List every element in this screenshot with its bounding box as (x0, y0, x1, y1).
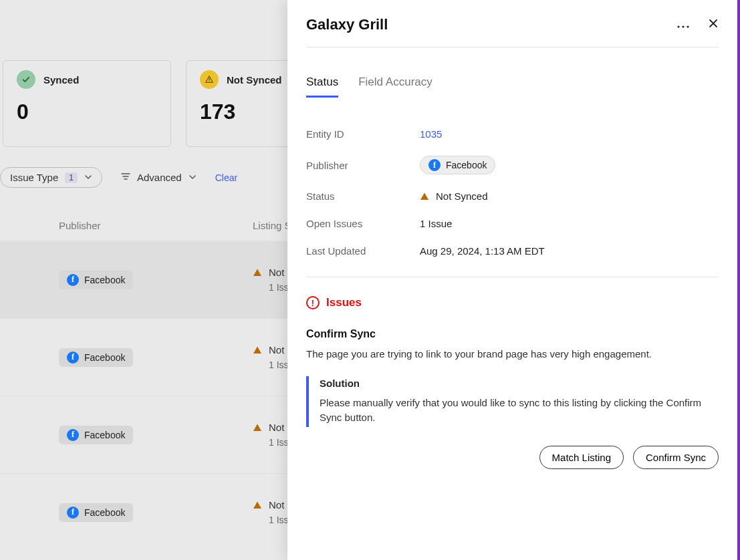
label-last-updated: Last Updated (306, 245, 420, 257)
card-synced-value: 0 (17, 100, 157, 124)
publisher-name: Facebook (84, 275, 125, 285)
filter-icon (121, 172, 130, 183)
value-status: Not Synced (436, 190, 488, 202)
publisher-chip: f Facebook (59, 426, 133, 444)
warning-icon (253, 268, 262, 277)
filter-issue-type-count: 1 (65, 172, 78, 183)
issues-header-label: Issues (326, 296, 362, 309)
svg-point-5 (677, 25, 679, 27)
facebook-icon: f (67, 352, 79, 364)
facebook-icon: f (67, 429, 79, 441)
warning-icon (420, 192, 429, 201)
filter-issue-type-label: Issue Type (10, 172, 58, 183)
warning-icon (200, 70, 219, 89)
publisher-chip: f Facebook (59, 348, 133, 367)
chevron-down-icon (189, 172, 197, 183)
col-header-publisher: Publisher (59, 220, 253, 231)
issue-title: Confirm Sync (306, 328, 719, 340)
label-publisher: Publisher (306, 160, 420, 171)
issue-description: The page you are trying to link to your … (306, 347, 719, 362)
filter-issue-type[interactable]: Issue Type 1 (0, 167, 102, 188)
more-icon[interactable] (677, 19, 689, 31)
tab-field-accuracy[interactable]: Field Accuracy (358, 76, 433, 98)
chevron-down-icon (84, 172, 92, 183)
publisher-name: Facebook (84, 352, 125, 363)
check-icon (17, 70, 35, 89)
filter-clear[interactable]: Clear (215, 172, 237, 183)
tab-status[interactable]: Status (306, 76, 338, 98)
value-entity-id[interactable]: 1035 (420, 128, 442, 140)
publisher-chip: f Facebook (59, 271, 133, 289)
facebook-icon: f (67, 507, 79, 519)
publisher-chip: f Facebook (420, 156, 495, 174)
value-last-updated: Aug 29, 2024, 1:13 AM EDT (420, 245, 545, 257)
card-synced[interactable]: Synced 0 (3, 60, 171, 147)
publisher-name: Facebook (84, 430, 125, 440)
label-entity-id: Entity ID (306, 128, 420, 140)
match-listing-button[interactable]: Match Listing (539, 446, 624, 469)
card-synced-label: Synced (43, 74, 79, 86)
svg-point-1 (209, 81, 209, 82)
publisher-chip: f Facebook (59, 503, 133, 522)
label-open-issues: Open Issues (306, 218, 420, 229)
facebook-icon: f (428, 159, 441, 171)
solution-label: Solution (320, 378, 716, 389)
value-publisher: Facebook (446, 160, 487, 170)
close-icon[interactable] (708, 18, 719, 31)
label-status: Status (306, 190, 420, 202)
detail-panel: Galaxy Grill Status Field Accuracy Entit… (287, 0, 740, 560)
alert-icon: ! (306, 296, 320, 309)
svg-point-7 (687, 25, 689, 27)
divider (306, 47, 719, 47)
publisher-name: Facebook (84, 507, 125, 518)
issues-header: ! Issues (306, 296, 719, 309)
card-not-synced-label: Not Synced (227, 74, 282, 86)
filter-advanced-label: Advanced (137, 172, 182, 183)
svg-point-6 (682, 25, 684, 27)
panel-title: Galaxy Grill (306, 16, 388, 33)
confirm-sync-button[interactable]: Confirm Sync (633, 446, 719, 469)
solution-block: Solution Please manually verify that you… (306, 376, 719, 427)
facebook-icon: f (67, 274, 79, 286)
warning-icon (253, 501, 262, 510)
filter-advanced[interactable]: Advanced (121, 172, 197, 183)
warning-icon (253, 345, 262, 355)
divider (306, 277, 719, 277)
solution-body: Please manually verify that you would li… (320, 396, 716, 426)
warning-icon (253, 423, 262, 432)
value-open-issues: 1 Issue (420, 218, 452, 229)
